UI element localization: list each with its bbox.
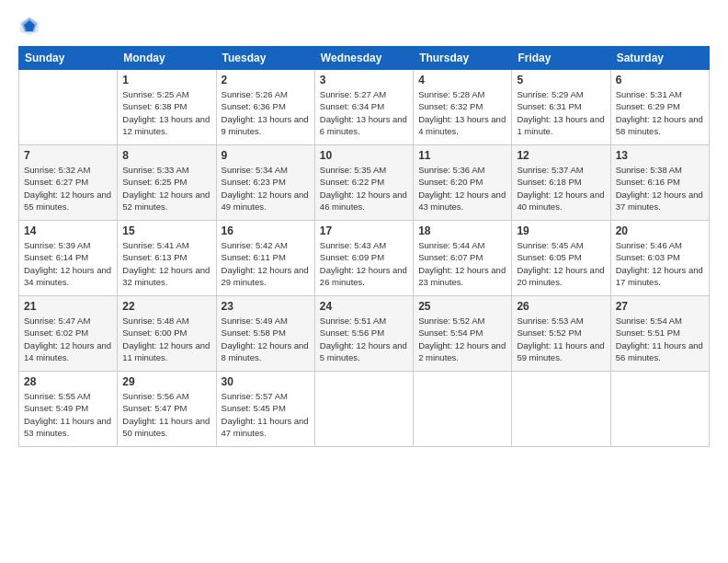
cell-date-12: 12 bbox=[517, 149, 605, 162]
cell-info-27: Sunrise: 5:54 AMSunset: 5:51 PMDaylight:… bbox=[616, 315, 704, 363]
calendar-table: Sunday Monday Tuesday Wednesday Thursday… bbox=[18, 46, 710, 447]
calendar-cell-w3d3: 16Sunrise: 5:42 AMSunset: 6:11 PMDayligh… bbox=[216, 221, 314, 296]
calendar-cell-w4d2: 22Sunrise: 5:48 AMSunset: 6:00 PMDayligh… bbox=[118, 296, 216, 372]
calendar-cell-w1d3: 2Sunrise: 5:26 AMSunset: 6:36 PMDaylight… bbox=[216, 70, 314, 145]
calendar-cell-w5d3: 30Sunrise: 5:57 AMSunset: 5:45 PMDayligh… bbox=[216, 372, 314, 447]
calendar-cell-w1d4: 3Sunrise: 5:27 AMSunset: 6:34 PMDaylight… bbox=[314, 70, 413, 145]
cell-info-3: Sunrise: 5:27 AMSunset: 6:34 PMDaylight:… bbox=[320, 88, 408, 137]
cell-info-28: Sunrise: 5:55 AMSunset: 5:49 PMDaylight:… bbox=[24, 390, 112, 439]
calendar-cell-w3d7: 20Sunrise: 5:46 AMSunset: 6:03 PMDayligh… bbox=[610, 221, 709, 296]
col-sunday: Sunday bbox=[19, 47, 118, 70]
calendar-cell-w2d7: 13Sunrise: 5:38 AMSunset: 6:16 PMDayligh… bbox=[610, 145, 709, 221]
cell-date-26: 26 bbox=[517, 300, 605, 313]
cell-info-6: Sunrise: 5:31 AMSunset: 6:29 PMDaylight:… bbox=[616, 88, 704, 137]
calendar-cell-w2d3: 9Sunrise: 5:34 AMSunset: 6:23 PMDaylight… bbox=[216, 145, 314, 221]
cell-info-7: Sunrise: 5:32 AMSunset: 6:27 PMDaylight:… bbox=[24, 164, 112, 213]
week-row-5: 28Sunrise: 5:55 AMSunset: 5:49 PMDayligh… bbox=[19, 372, 710, 447]
cell-info-21: Sunrise: 5:47 AMSunset: 6:02 PMDaylight:… bbox=[24, 315, 112, 363]
cell-info-24: Sunrise: 5:51 AMSunset: 5:56 PMDaylight:… bbox=[320, 315, 408, 363]
cell-date-2: 2 bbox=[222, 74, 310, 86]
calendar-cell-w3d6: 19Sunrise: 5:45 AMSunset: 6:05 PMDayligh… bbox=[512, 221, 610, 296]
cell-info-10: Sunrise: 5:35 AMSunset: 6:22 PMDaylight:… bbox=[320, 164, 408, 213]
header bbox=[18, 15, 710, 37]
calendar-cell-w1d6: 5Sunrise: 5:29 AMSunset: 6:31 PMDaylight… bbox=[512, 70, 610, 145]
cell-date-25: 25 bbox=[418, 300, 506, 313]
cell-date-24: 24 bbox=[320, 300, 408, 313]
cell-date-5: 5 bbox=[517, 74, 605, 86]
cell-date-13: 13 bbox=[616, 149, 704, 162]
cell-info-20: Sunrise: 5:46 AMSunset: 6:03 PMDaylight:… bbox=[616, 239, 704, 288]
cell-info-18: Sunrise: 5:44 AMSunset: 6:07 PMDaylight:… bbox=[418, 239, 506, 288]
cell-info-25: Sunrise: 5:52 AMSunset: 5:54 PMDaylight:… bbox=[418, 315, 506, 363]
calendar-cell-w5d4 bbox=[314, 372, 413, 447]
cell-info-11: Sunrise: 5:36 AMSunset: 6:20 PMDaylight:… bbox=[418, 164, 506, 213]
calendar-cell-w1d1 bbox=[19, 70, 118, 145]
cell-date-28: 28 bbox=[24, 375, 112, 388]
cell-date-19: 19 bbox=[517, 224, 605, 237]
cell-info-29: Sunrise: 5:56 AMSunset: 5:47 PMDaylight:… bbox=[122, 390, 210, 439]
cell-info-12: Sunrise: 5:37 AMSunset: 6:18 PMDaylight:… bbox=[517, 164, 605, 213]
cell-date-4: 4 bbox=[418, 74, 506, 86]
cell-info-4: Sunrise: 5:28 AMSunset: 6:32 PMDaylight:… bbox=[418, 88, 506, 137]
calendar-cell-w2d4: 10Sunrise: 5:35 AMSunset: 6:22 PMDayligh… bbox=[314, 145, 413, 221]
calendar-cell-w5d2: 29Sunrise: 5:56 AMSunset: 5:47 PMDayligh… bbox=[118, 372, 216, 447]
cell-date-3: 3 bbox=[320, 74, 408, 86]
calendar-cell-w4d4: 24Sunrise: 5:51 AMSunset: 5:56 PMDayligh… bbox=[314, 296, 413, 372]
calendar-cell-w5d5 bbox=[414, 372, 512, 447]
cell-date-29: 29 bbox=[122, 375, 210, 388]
week-row-3: 14Sunrise: 5:39 AMSunset: 6:14 PMDayligh… bbox=[19, 221, 710, 296]
col-tuesday: Tuesday bbox=[216, 47, 314, 70]
cell-date-23: 23 bbox=[222, 300, 310, 313]
cell-info-2: Sunrise: 5:26 AMSunset: 6:36 PMDaylight:… bbox=[222, 88, 310, 137]
cell-info-26: Sunrise: 5:53 AMSunset: 5:52 PMDaylight:… bbox=[517, 315, 605, 363]
cell-date-11: 11 bbox=[418, 149, 506, 162]
calendar-cell-w1d2: 1Sunrise: 5:25 AMSunset: 6:38 PMDaylight… bbox=[118, 70, 216, 145]
cell-info-15: Sunrise: 5:41 AMSunset: 6:13 PMDaylight:… bbox=[122, 239, 210, 288]
cell-date-15: 15 bbox=[122, 224, 210, 237]
cell-info-9: Sunrise: 5:34 AMSunset: 6:23 PMDaylight:… bbox=[222, 164, 310, 213]
week-row-4: 21Sunrise: 5:47 AMSunset: 6:02 PMDayligh… bbox=[19, 296, 710, 372]
calendar-cell-w4d7: 27Sunrise: 5:54 AMSunset: 5:51 PMDayligh… bbox=[610, 296, 709, 372]
calendar-cell-w3d5: 18Sunrise: 5:44 AMSunset: 6:07 PMDayligh… bbox=[414, 221, 512, 296]
cell-date-20: 20 bbox=[616, 224, 704, 237]
week-row-2: 7Sunrise: 5:32 AMSunset: 6:27 PMDaylight… bbox=[19, 145, 710, 221]
calendar-header-row: Sunday Monday Tuesday Wednesday Thursday… bbox=[19, 47, 710, 70]
cell-info-5: Sunrise: 5:29 AMSunset: 6:31 PMDaylight:… bbox=[517, 88, 605, 137]
calendar-cell-w3d2: 15Sunrise: 5:41 AMSunset: 6:13 PMDayligh… bbox=[118, 221, 216, 296]
cell-date-6: 6 bbox=[616, 74, 704, 86]
cell-date-10: 10 bbox=[320, 149, 408, 162]
cell-info-16: Sunrise: 5:42 AMSunset: 6:11 PMDaylight:… bbox=[222, 239, 310, 288]
cell-date-27: 27 bbox=[616, 300, 704, 313]
calendar-cell-w5d7 bbox=[610, 372, 709, 447]
cell-info-8: Sunrise: 5:33 AMSunset: 6:25 PMDaylight:… bbox=[122, 164, 210, 213]
calendar-cell-w1d5: 4Sunrise: 5:28 AMSunset: 6:32 PMDaylight… bbox=[414, 70, 512, 145]
calendar-cell-w4d6: 26Sunrise: 5:53 AMSunset: 5:52 PMDayligh… bbox=[512, 296, 610, 372]
calendar-cell-w3d1: 14Sunrise: 5:39 AMSunset: 6:14 PMDayligh… bbox=[19, 221, 118, 296]
calendar-cell-w3d4: 17Sunrise: 5:43 AMSunset: 6:09 PMDayligh… bbox=[314, 221, 413, 296]
cell-date-30: 30 bbox=[222, 375, 310, 388]
cell-info-22: Sunrise: 5:48 AMSunset: 6:00 PMDaylight:… bbox=[122, 315, 210, 363]
col-thursday: Thursday bbox=[414, 47, 512, 70]
cell-info-13: Sunrise: 5:38 AMSunset: 6:16 PMDaylight:… bbox=[616, 164, 704, 213]
cell-date-1: 1 bbox=[122, 74, 210, 86]
cell-info-23: Sunrise: 5:49 AMSunset: 5:58 PMDaylight:… bbox=[222, 315, 310, 363]
cell-date-18: 18 bbox=[418, 224, 506, 237]
week-row-1: 1Sunrise: 5:25 AMSunset: 6:38 PMDaylight… bbox=[19, 70, 710, 145]
calendar-cell-w4d5: 25Sunrise: 5:52 AMSunset: 5:54 PMDayligh… bbox=[414, 296, 512, 372]
cell-info-19: Sunrise: 5:45 AMSunset: 6:05 PMDaylight:… bbox=[517, 239, 605, 288]
calendar-cell-w5d6 bbox=[512, 372, 610, 447]
calendar-cell-w2d6: 12Sunrise: 5:37 AMSunset: 6:18 PMDayligh… bbox=[512, 145, 610, 221]
cell-info-14: Sunrise: 5:39 AMSunset: 6:14 PMDaylight:… bbox=[24, 239, 112, 288]
cell-date-9: 9 bbox=[222, 149, 310, 162]
calendar-cell-w2d2: 8Sunrise: 5:33 AMSunset: 6:25 PMDaylight… bbox=[118, 145, 216, 221]
col-monday: Monday bbox=[118, 47, 216, 70]
cell-date-16: 16 bbox=[222, 224, 310, 237]
calendar-cell-w2d5: 11Sunrise: 5:36 AMSunset: 6:20 PMDayligh… bbox=[414, 145, 512, 221]
cell-info-30: Sunrise: 5:57 AMSunset: 5:45 PMDaylight:… bbox=[222, 390, 310, 439]
col-wednesday: Wednesday bbox=[314, 47, 413, 70]
logo bbox=[18, 15, 44, 37]
cell-date-17: 17 bbox=[320, 224, 408, 237]
cell-info-17: Sunrise: 5:43 AMSunset: 6:09 PMDaylight:… bbox=[320, 239, 408, 288]
cell-date-14: 14 bbox=[24, 224, 112, 237]
cell-date-7: 7 bbox=[24, 149, 112, 162]
